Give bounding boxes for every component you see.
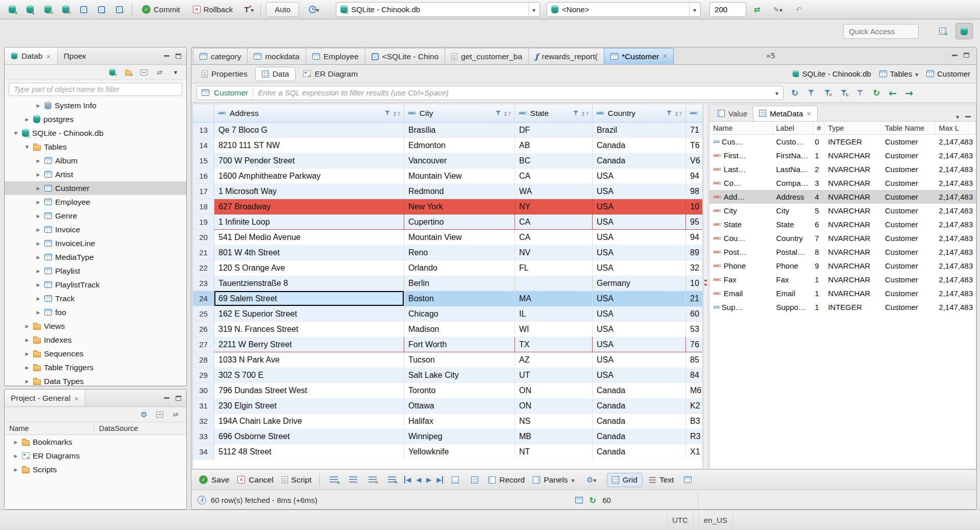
tree-item[interactable]: Playlist [5, 264, 186, 278]
open-sql-script-button[interactable] [94, 3, 109, 17]
metadata-label-cell[interactable]: FirstNa… [773, 149, 814, 162]
row-number-cell[interactable]: 14 [193, 138, 214, 153]
row-number-cell[interactable]: 28 [193, 352, 214, 368]
grid-cell-postal[interactable]: 10 [686, 199, 703, 214]
grid-cell-postal[interactable]: 98 [686, 184, 703, 199]
table-row[interactable]: 29 302 S 700 E Salt Lake City UT USA 84 [193, 368, 702, 383]
metadata-max-length-cell[interactable]: 2,147,483 [935, 273, 976, 286]
metadata-table-cell[interactable]: Customer [881, 218, 936, 231]
grid-cell-address[interactable]: 162 E Superior Street [214, 306, 404, 322]
metadata-table-cell[interactable]: Customer [881, 162, 936, 176]
grid-cell-city[interactable]: Salt Lake City [404, 368, 515, 383]
maximize-icon[interactable] [964, 53, 969, 58]
table-row[interactable]: 22 120 S Orange Ave Orlando FL USA 32 [193, 260, 702, 276]
metadata-name-cell[interactable]: Email [709, 286, 773, 300]
metadata-row[interactable]: Post… Postal… 8 NVARCHAR Customer 2,147,… [709, 245, 976, 259]
close-icon[interactable] [74, 394, 79, 403]
tree-item[interactable]: foo [5, 305, 186, 319]
filter-history-icon[interactable] [775, 88, 778, 98]
metadata-table-cell[interactable]: Customer [881, 135, 936, 149]
grid-cell-address[interactable]: 700 W Pender Street [214, 153, 404, 168]
reconnect-button[interactable] [41, 3, 55, 17]
metadata-type-cell[interactable]: NVARCHAR [824, 286, 881, 300]
expand-arrow-icon[interactable] [35, 103, 41, 108]
metadata-number-cell[interactable]: 1 [813, 286, 824, 300]
sync-with-editor-button[interactable] [750, 3, 764, 17]
auto-refresh-icon[interactable] [589, 495, 596, 505]
grid-cell-country[interactable]: USA [593, 322, 686, 337]
metadata-row[interactable]: Cus… Custo… 0 INTEGER Customer 2,147,483 [709, 135, 976, 149]
grid-cell-city[interactable]: Winnipeg [404, 429, 515, 444]
context-entity[interactable]: Customer [926, 69, 970, 78]
metadata-number-cell[interactable]: 4 [813, 190, 824, 204]
grid-cell-postal[interactable]: 71 [686, 123, 703, 138]
edit-value-button[interactable] [385, 473, 399, 487]
undo-button[interactable] [792, 3, 806, 17]
grid-cell-country[interactable]: Canada [593, 153, 686, 168]
close-icon[interactable] [663, 53, 667, 60]
grid-cell-address[interactable]: Qe 7 Bloco G [214, 123, 404, 138]
expand-arrow-icon[interactable] [35, 186, 41, 191]
text-view-button[interactable]: Text [648, 475, 675, 485]
grid-cell-city[interactable]: Edmonton [404, 138, 515, 153]
table-row[interactable]: 28 1033 N Park Ave Tucson AZ USA 85 [193, 352, 702, 368]
new-connection-button[interactable] [5, 3, 19, 17]
metadata-max-length-cell[interactable]: 2,147,483 [935, 218, 976, 231]
metadata-table-cell[interactable]: Customer [881, 149, 936, 162]
grid-cell-city[interactable]: Cupertino [404, 214, 515, 230]
tree-item[interactable]: Artist [5, 167, 186, 181]
metadata-name-cell[interactable]: First… [709, 149, 773, 162]
grid-cell-city[interactable]: Redmond [404, 184, 515, 199]
view-menu-icon[interactable] [171, 68, 180, 77]
metadata-type-cell[interactable]: NVARCHAR [824, 259, 881, 273]
column-header[interactable]: Address [214, 104, 404, 122]
grid-cell-city[interactable]: Tucson [404, 352, 515, 368]
first-row-icon[interactable] [404, 476, 411, 484]
maximize-icon[interactable] [176, 54, 181, 59]
metadata-max-length-cell[interactable]: 2,147,483 [935, 149, 976, 162]
grid-options-button[interactable] [680, 473, 695, 487]
metadata-name-cell[interactable]: Cou… [709, 231, 773, 245]
grid-cell-state[interactable]: MB [515, 429, 593, 444]
link-with-editor-icon[interactable] [155, 68, 164, 77]
metadata-number-cell[interactable]: 6 [813, 218, 824, 231]
filter-remove-button[interactable] [822, 88, 832, 98]
table-row[interactable]: 25 162 E Superior Street Chicago IL USA … [193, 306, 702, 322]
row-number-cell[interactable]: 23 [193, 276, 214, 291]
expand-arrow-icon[interactable] [13, 467, 19, 472]
grid-cell-postal[interactable]: 32 [686, 260, 703, 276]
grid-cell-address[interactable]: 1033 N Park Ave [214, 352, 404, 368]
expand-arrow-icon[interactable] [24, 117, 30, 122]
expand-arrow-icon[interactable] [24, 365, 30, 370]
grid-cell-state[interactable]: TX [515, 337, 593, 352]
table-row[interactable]: 30 796 Dundas Street West Toronto ON Can… [193, 383, 702, 398]
grid-cell-country[interactable]: USA [593, 368, 686, 383]
grid-cell-postal[interactable]: 94 [686, 230, 703, 245]
grid-cell-address[interactable]: 1 Microsoft Way [214, 184, 404, 199]
auto-commit-button[interactable]: Auto [266, 2, 299, 17]
metadata-name-cell[interactable]: Add… [709, 190, 773, 204]
row-number-cell[interactable]: 29 [193, 368, 214, 383]
grid-cell-postal[interactable]: 76 [686, 337, 703, 352]
metadata-number-cell[interactable]: 9 [813, 259, 824, 273]
grid-cell-country[interactable]: USA [593, 337, 686, 352]
tab-overflow-indicator[interactable]: »5 [766, 52, 775, 60]
metadata-type-cell[interactable]: NVARCHAR [824, 245, 881, 259]
metadata-table-cell[interactable]: Customer [881, 204, 936, 218]
grid-cell-country[interactable]: USA [593, 199, 686, 214]
grid-cell-postal[interactable]: 94 [686, 168, 703, 184]
metadata-table-cell[interactable]: Customer [881, 273, 936, 286]
next-row-icon[interactable] [426, 476, 431, 484]
grid-cell-address[interactable]: 1600 Amphitheatre Parkway [214, 168, 404, 184]
grid-cell-city[interactable]: Ottawa [404, 398, 515, 414]
metadata-label-cell[interactable]: State [773, 218, 814, 231]
metadata-row[interactable]: Phone Phone 9 NVARCHAR Customer 2,147,48… [709, 259, 976, 273]
funnel-icon[interactable] [666, 110, 672, 115]
metadata-label-cell[interactable]: Suppo… [773, 300, 814, 314]
table-row[interactable]: 27 2211 W Berry Street Fort Worth TX USA… [193, 337, 702, 352]
row-number-cell[interactable]: 33 [193, 429, 214, 444]
expand-arrow-icon[interactable] [35, 200, 41, 205]
grid-cell-country[interactable]: Canada [593, 414, 686, 429]
grid-cell-country[interactable]: USA [593, 214, 686, 230]
grid-cell-country[interactable]: USA [593, 245, 686, 260]
